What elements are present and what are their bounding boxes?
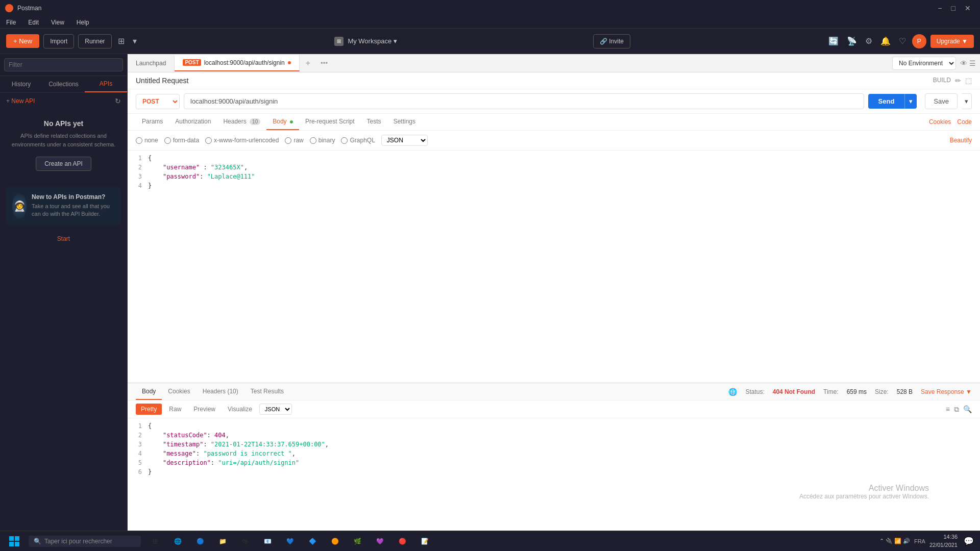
taskbar-app-postman[interactable]: 🟠	[325, 532, 345, 550]
method-select[interactable]: POST GET PUT DELETE	[136, 94, 180, 109]
tab-tests[interactable]: Tests	[361, 114, 387, 130]
resp-tab-headers[interactable]: Headers (10)	[197, 384, 244, 400]
new-button[interactable]: + New	[6, 34, 39, 48]
satellite-icon[interactable]: 📡	[845, 34, 859, 48]
resp-format-select[interactable]: JSON XML HTML Text	[259, 404, 292, 415]
cookies-link[interactable]: Cookies	[929, 114, 951, 130]
tab-request[interactable]: POST localhost:9000/api/auth/signin	[175, 55, 299, 71]
taskbar-app-taskview[interactable]: ⊞	[145, 532, 165, 550]
edit-icon[interactable]: ✏	[955, 77, 961, 85]
create-api-button[interactable]: Create an API	[36, 157, 91, 171]
taskbar-app-git[interactable]: 🔷	[302, 532, 323, 550]
resp-copy-icon[interactable]: ⧉	[954, 405, 959, 414]
taskbar-app-chrome[interactable]: 🔵	[190, 532, 210, 550]
window-controls[interactable]: − □ ✕	[934, 4, 975, 12]
tab-params[interactable]: Params	[136, 114, 169, 130]
menu-file[interactable]: File	[4, 18, 18, 27]
taskbar-app-vsdev[interactable]: 💜	[370, 532, 390, 550]
maximize-button[interactable]: □	[947, 4, 960, 12]
upgrade-button[interactable]: Upgrade ▼	[930, 35, 974, 48]
option-formdata[interactable]: form-data	[164, 137, 199, 144]
save-button[interactable]: Save	[925, 93, 958, 109]
sidebar-tab-history[interactable]: History	[0, 76, 42, 92]
resp-filter-icon[interactable]: ≡	[946, 405, 950, 414]
resp-pretty-tab[interactable]: Pretty	[136, 404, 162, 415]
option-urlencoded[interactable]: x-www-form-urlencoded	[205, 137, 279, 144]
resp-tab-testresults[interactable]: Test Results	[244, 384, 290, 400]
invite-button[interactable]: 🔗 Invite	[593, 34, 630, 48]
tab-body[interactable]: Body	[266, 114, 299, 130]
heart-icon[interactable]: ♡	[897, 34, 908, 48]
save-response-button[interactable]: Save Response ▼	[921, 388, 972, 395]
taskbar-app-vscode[interactable]: 💙	[280, 532, 300, 550]
environment-selector[interactable]: No Environment	[892, 57, 956, 70]
taskbar-app-store[interactable]: 🛍	[235, 532, 255, 550]
resp-tab-body[interactable]: Body	[136, 384, 162, 400]
new-api-button[interactable]: + New API	[6, 97, 35, 105]
option-binary[interactable]: binary	[310, 137, 335, 144]
option-none[interactable]: none	[136, 137, 158, 144]
launchpad-label: Launchpad	[136, 60, 166, 67]
body-options: none form-data x-www-form-urlencoded raw…	[128, 131, 980, 151]
sidebar-search-input[interactable]	[4, 58, 123, 71]
tab-authorization[interactable]: Authorization	[169, 114, 217, 130]
minimize-button[interactable]: −	[934, 4, 946, 12]
save-dropdown[interactable]: ▾	[962, 93, 972, 109]
response-body[interactable]: 1 { 2 "statusCode": 404, 3 "timestamp": …	[128, 418, 980, 536]
refresh-icon[interactable]: ↻	[115, 97, 121, 105]
beautify-button[interactable]: Beautify	[950, 137, 972, 144]
resp-globe-icon[interactable]: 🌐	[728, 388, 737, 396]
title-bar: Postman − □ ✕	[0, 0, 980, 16]
resp-search-icon[interactable]: 🔍	[963, 405, 972, 414]
resp-raw-tab[interactable]: Raw	[164, 404, 186, 415]
runner-button[interactable]: Runner	[78, 34, 111, 48]
settings-icon[interactable]: ⚙	[863, 34, 874, 48]
body-format-select[interactable]: JSON Text JavaScript XML HTML	[381, 135, 428, 146]
close-button[interactable]: ✕	[961, 4, 975, 12]
code-link[interactable]: Code	[957, 114, 972, 130]
taskbar-app-vsmysql[interactable]: 🔴	[392, 532, 412, 550]
taskbar: 🔍 Taper ici pour rechercher ⊞ 🌐 🔵 📁 🛍 📧 …	[0, 531, 980, 551]
sidebar-tab-collections[interactable]: Collections	[42, 76, 85, 92]
sidebar-new-api-bar: + New API ↻	[0, 93, 127, 109]
menu-help[interactable]: Help	[75, 18, 91, 27]
status-label: Status:	[745, 388, 764, 395]
option-graphql[interactable]: GraphQL	[341, 137, 375, 144]
taskbar-app-notepad[interactable]: 📝	[414, 532, 435, 550]
more-tabs-button[interactable]: •••	[316, 55, 332, 71]
resp-visualize-tab[interactable]: Visualize	[223, 404, 257, 415]
share-icon[interactable]: ⬚	[965, 77, 972, 85]
menu-edit[interactable]: Edit	[26, 18, 41, 27]
sidebar-tab-apis[interactable]: APIs	[85, 76, 127, 92]
taskbar-search[interactable]: 🔍 Taper ici pour rechercher	[29, 536, 141, 547]
url-input[interactable]	[184, 93, 864, 109]
resp-tab-cookies[interactable]: Cookies	[162, 384, 196, 400]
taskbar-start-button[interactable]	[4, 532, 24, 550]
tab-prerequest[interactable]: Pre-request Script	[299, 114, 361, 130]
taskbar-app-sourcetree[interactable]: 🌿	[347, 532, 368, 550]
add-tab-button[interactable]: +	[300, 55, 316, 72]
notification-icon[interactable]: 💬	[962, 534, 976, 548]
workspace-button[interactable]: ⊞ My Workspace ▾	[334, 37, 397, 46]
option-raw[interactable]: raw	[285, 137, 303, 144]
eye-icon[interactable]: 👁	[960, 59, 967, 67]
tab-settings[interactable]: Settings	[387, 114, 422, 130]
menu-view[interactable]: View	[49, 18, 66, 27]
settings-tab-icon[interactable]: ☰	[969, 59, 976, 67]
resp-preview-tab[interactable]: Preview	[188, 404, 220, 415]
taskbar-app-explorer[interactable]: 📁	[212, 532, 233, 550]
send-button[interactable]: Send	[868, 94, 905, 109]
import-button[interactable]: Import	[43, 34, 74, 48]
bell-icon[interactable]: 🔔	[878, 34, 893, 48]
tab-headers[interactable]: Headers 10	[217, 114, 266, 130]
search-icon[interactable]: 🔄	[826, 34, 841, 48]
request-code-editor[interactable]: 1 { 2 "username" : "323465X", 3 "passwor…	[128, 151, 980, 383]
user-avatar[interactable]: P	[912, 34, 926, 48]
tab-launchpad[interactable]: Launchpad	[128, 56, 175, 71]
taskbar-app-outlook[interactable]: 📧	[257, 532, 278, 550]
new-tab-icon[interactable]: ⊞	[116, 34, 127, 48]
taskbar-app-edge[interactable]: 🌐	[167, 532, 188, 550]
send-dropdown[interactable]: ▾	[904, 94, 917, 109]
start-link[interactable]: Start	[0, 231, 127, 246]
dropdown-icon[interactable]: ▾	[131, 34, 139, 48]
